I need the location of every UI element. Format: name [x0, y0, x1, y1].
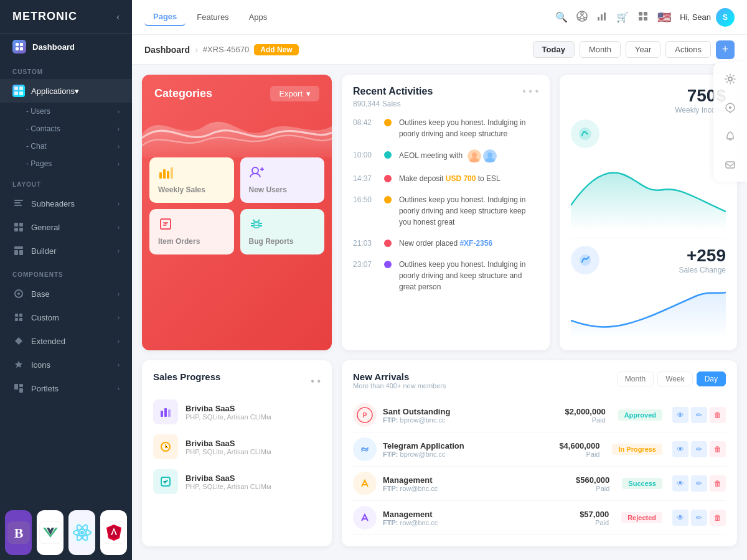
extended-icon — [12, 335, 25, 347]
arrival-row: Telegram Application FTP: bprow@bnc.cc $… — [353, 432, 726, 467]
new-users-card[interactable]: New Users — [240, 157, 325, 203]
svg-rect-6 — [14, 205, 22, 206]
brand-name: METRONIC — [12, 10, 77, 23]
progress-title: Sales Progress — [153, 371, 220, 382]
sidebar-toggle-icon[interactable]: ‹ — [116, 12, 120, 22]
svg-text:B: B — [14, 525, 23, 541]
chevron-right-icon: › — [118, 161, 120, 167]
sidebar-item-icons[interactable]: Icons › — [0, 353, 132, 376]
grid-icon[interactable] — [637, 11, 649, 24]
add-plus-button[interactable]: + — [716, 40, 735, 59]
dot-icon — [384, 196, 392, 203]
day-filter-button[interactable]: Day — [697, 371, 726, 386]
svg-rect-18 — [15, 318, 18, 321]
arrival-actions: 👁 ✏ 🗑 — [672, 510, 726, 526]
sidebar-item-general[interactable]: General › — [0, 215, 132, 239]
delete-button[interactable]: 🗑 — [710, 510, 726, 526]
item-orders-card[interactable]: Item Orders — [149, 209, 234, 254]
delete-button[interactable]: 🗑 — [710, 475, 726, 492]
sidebar-sub-users[interactable]: - Users› — [0, 103, 132, 120]
svg-rect-2 — [16, 47, 19, 50]
search-icon[interactable]: 🔍 — [555, 11, 568, 23]
month-filter-button[interactable]: Month — [617, 371, 654, 386]
month-button[interactable]: Month — [580, 41, 621, 58]
activities-title: Recent Activities — [353, 86, 433, 97]
edit-button[interactable]: ✏ — [691, 407, 707, 423]
flag-icon[interactable]: 🇺🇸 — [657, 11, 671, 24]
sidebar-item-subheaders[interactable]: Subheaders › — [0, 192, 132, 215]
sidebar-item-portlets[interactable]: Portlets › — [0, 376, 132, 400]
svg-rect-4 — [14, 200, 23, 201]
actions-button[interactable]: Actions — [665, 41, 711, 58]
view-button[interactable]: 👁 — [672, 407, 688, 423]
sidebar-sub-contacts[interactable]: - Contacts› — [0, 120, 132, 138]
delete-button[interactable]: 🗑 — [710, 407, 726, 423]
topnav-apps-link[interactable]: Apps — [240, 9, 276, 26]
chart-icon[interactable] — [596, 11, 608, 24]
user-menu[interactable]: Hi, Sean S — [680, 8, 735, 27]
icons-icon — [12, 358, 25, 371]
mail-icon[interactable] — [721, 156, 740, 174]
progress-menu-icon[interactable]: • • — [311, 376, 321, 387]
svg-rect-45 — [598, 17, 599, 21]
activities-menu-icon[interactable]: • • • — [522, 86, 538, 97]
sidebar-item-builder[interactable]: Builder › — [0, 239, 132, 263]
add-new-button[interactable]: Add New — [254, 44, 298, 55]
arrival-logo — [353, 472, 377, 495]
edit-button[interactable]: ✏ — [691, 441, 707, 457]
svg-point-15 — [17, 292, 20, 295]
sidebar-item-base[interactable]: Base › — [0, 282, 132, 306]
angular-logo[interactable] — [100, 510, 127, 555]
wave-chart — [142, 95, 332, 157]
breadcrumb-home[interactable]: Dashboard — [144, 45, 190, 55]
today-button[interactable]: Today — [533, 41, 575, 58]
sidebar-item-custom[interactable]: Custom › — [0, 306, 132, 329]
chevron-right-icon: › — [118, 338, 120, 345]
status-badge: Rejected — [621, 512, 662, 523]
svg-line-68 — [253, 220, 255, 221]
arrival-actions: 👁 ✏ 🗑 — [672, 407, 726, 423]
breadcrumb: Dashboard › #XRS-45670 Add New — [144, 44, 299, 55]
arrival-logo — [353, 437, 377, 461]
view-button[interactable]: 👁 — [672, 475, 688, 492]
apps-chevron-icon: ▾ — [75, 86, 79, 96]
view-button[interactable]: 👁 — [672, 510, 688, 526]
year-button[interactable]: Year — [626, 41, 660, 58]
vue-logo[interactable] — [37, 510, 63, 555]
bell-icon[interactable] — [721, 127, 740, 146]
sales-progress-card: Sales Progress • • Briviba SaaS PHP, SQL… — [142, 360, 332, 546]
topnav-pages-link[interactable]: Pages — [144, 8, 186, 26]
bug-reports-card[interactable]: Bug Reports — [240, 209, 325, 254]
sidebar-sub-chat[interactable]: - Chat› — [0, 138, 132, 155]
general-icon — [12, 221, 25, 233]
sidebar-item-extended[interactable]: Extended › — [0, 329, 132, 353]
sidebar-item-applications[interactable]: Applications ▾ — [0, 79, 132, 103]
sidebar-logo: METRONIC ‹ — [0, 0, 132, 34]
sales-change-icon — [571, 246, 599, 274]
settings-icon[interactable] — [721, 70, 740, 88]
delete-button[interactable]: 🗑 — [710, 441, 726, 457]
svg-point-56 — [252, 167, 258, 174]
sidebar-item-dashboard[interactable]: Dashboard — [0, 34, 132, 60]
sidebar-sub-pages[interactable]: - Pages› — [0, 155, 132, 172]
sales-change-amount: +259 — [679, 246, 726, 266]
rocket-icon[interactable] — [721, 98, 740, 117]
progress-item: Briviba SaaS PHP, SQLite, Artisan CLIMм — [153, 399, 321, 424]
edit-button[interactable]: ✏ — [691, 510, 707, 526]
chevron-right-icon: › — [118, 108, 120, 115]
svg-rect-10 — [19, 228, 23, 231]
sales-change-label: Sales Change — [679, 266, 726, 274]
view-button[interactable]: 👁 — [672, 441, 688, 457]
topnav-features-link[interactable]: Features — [188, 9, 237, 26]
weekly-sales-card[interactable]: Weekly Sales — [149, 157, 234, 203]
progress-icon — [153, 399, 178, 424]
week-filter-button[interactable]: Week — [657, 371, 692, 386]
network-icon[interactable] — [576, 11, 588, 24]
bootstrap-logo[interactable]: B — [5, 510, 32, 555]
edit-button[interactable]: ✏ — [691, 475, 707, 492]
main-content: Pages Features Apps 🔍 🛒 🇺🇸 Hi, Sean S — [132, 0, 747, 560]
react-logo[interactable] — [68, 510, 95, 555]
svg-point-73 — [472, 152, 477, 157]
cart-icon[interactable]: 🛒 — [616, 11, 629, 23]
svg-rect-5 — [14, 202, 21, 203]
